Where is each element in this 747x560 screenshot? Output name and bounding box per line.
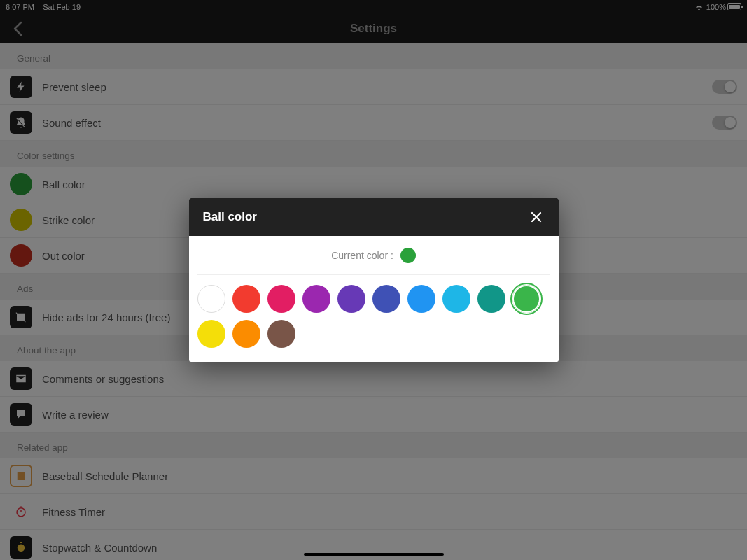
current-color-label: Current color : <box>331 250 393 261</box>
color-swatch[interactable] <box>197 320 225 348</box>
modal-title: Ball color <box>203 210 528 224</box>
color-swatch[interactable] <box>232 285 260 313</box>
color-swatch[interactable] <box>232 320 260 348</box>
modal-overlay[interactable]: Ball color Current color : <box>0 0 747 560</box>
close-button[interactable] <box>528 209 545 225</box>
color-swatch[interactable] <box>337 285 365 313</box>
color-swatch[interactable] <box>372 285 400 313</box>
color-swatch[interactable] <box>477 285 505 313</box>
modal-header: Ball color <box>189 198 559 236</box>
color-swatch[interactable] <box>267 320 295 348</box>
modal-body: Current color : <box>189 236 559 362</box>
color-swatch[interactable] <box>267 285 295 313</box>
swatch-grid <box>189 275 559 348</box>
home-indicator[interactable] <box>304 553 444 556</box>
current-color-swatch <box>400 248 416 263</box>
color-picker-modal: Ball color Current color : <box>189 198 559 362</box>
color-swatch[interactable] <box>512 285 540 313</box>
color-swatch[interactable] <box>302 285 330 313</box>
color-swatch[interactable] <box>197 285 225 313</box>
current-color-row: Current color : <box>197 236 550 275</box>
color-swatch[interactable] <box>442 285 470 313</box>
color-swatch[interactable] <box>407 285 435 313</box>
